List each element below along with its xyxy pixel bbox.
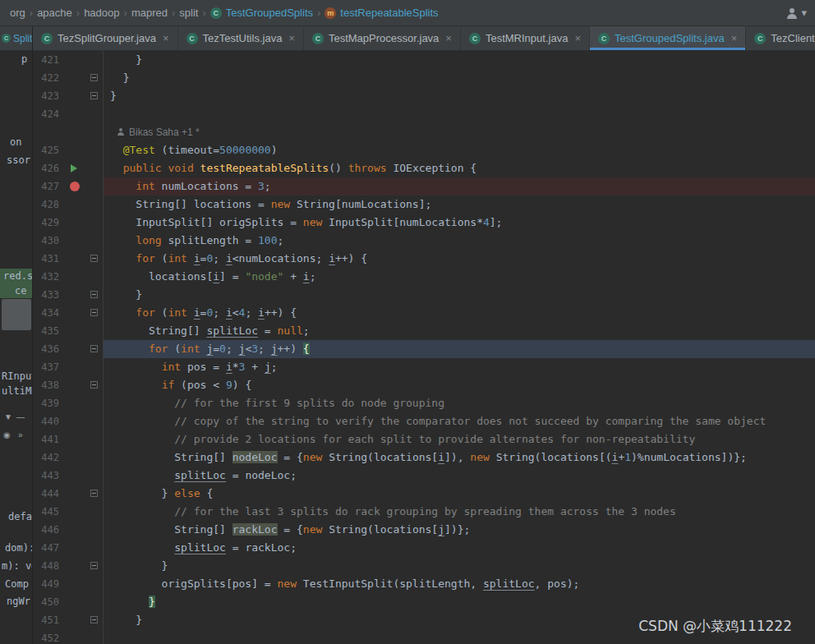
sliver-text: red.sp [3,269,33,283]
fold-icon[interactable] [90,345,98,352]
code-text: String[] rackLoc = {new String(locations… [104,521,815,539]
close-icon[interactable]: × [574,32,581,44]
line-number[interactable]: 430 [33,232,62,250]
user-menu[interactable]: ▾ [785,7,807,20]
gutter-icon-area [62,69,87,87]
line-number[interactable]: 446 [33,521,62,539]
line-number[interactable]: 424 [33,105,62,123]
code-line: 443 splitLoc = nodeLoc; [33,467,815,485]
line-number[interactable]: 434 [33,304,62,322]
line-number[interactable]: 439 [33,394,62,412]
code-text: String[] nodeLoc = {new String(locations… [104,448,815,467]
panel-thumb[interactable] [2,299,31,330]
line-number[interactable]: 441 [33,430,62,448]
line-number[interactable]: 442 [33,448,62,467]
fold-gutter [87,629,104,644]
fold-icon[interactable] [90,309,98,316]
line-number[interactable]: 445 [33,503,62,521]
fold-gutter [87,232,104,250]
hide-panel-icon[interactable]: ▼ [4,412,12,422]
run-tool-icon[interactable]: ◉ [3,430,11,440]
close-icon[interactable]: × [445,32,452,44]
fold-gutter [87,322,104,340]
line-number[interactable]: 426 [33,159,62,177]
fold-icon[interactable] [90,255,98,262]
breadcrumb-item-method[interactable]: m testRepeatableSplits [325,7,438,19]
line-number[interactable]: 451 [33,611,62,629]
line-number[interactable]: 431 [33,250,62,268]
line-number[interactable]: 444 [33,485,62,503]
sliver-text: on [10,135,21,150]
tab-testgroupedsplits[interactable]: C TestGroupedSplits.java × [590,26,746,50]
code-text: // for the last 3 splits do rack groupin… [104,503,815,521]
class-icon: C [210,7,222,19]
close-icon[interactable]: × [731,32,738,44]
fold-icon[interactable] [90,92,98,99]
line-number[interactable]: 432 [33,268,62,286]
line-number[interactable]: 443 [33,467,62,485]
line-number[interactable]: 437 [33,358,62,376]
breadcrumb-item-org[interactable]: org [10,7,25,19]
code-editor[interactable]: 421 }422 }423}424Bikas Saha +1 *425 @Tes… [33,51,815,644]
tab-tezsplitgrouper[interactable]: C TezSplitGrouper.java × [33,26,178,50]
code-text: // copy of the string to verify the comp… [104,412,815,430]
code-text: for (int i=0; i<numLocations; i++) { [104,250,815,268]
line-number[interactable]: 450 [33,593,62,611]
close-icon[interactable]: × [288,32,295,44]
tab-testmrinput[interactable]: C TestMRInput.java × [461,26,590,50]
minimize-icon[interactable]: — [16,412,25,422]
line-number[interactable]: 449 [33,575,62,593]
line-number[interactable]: 436 [33,340,62,358]
tab-label: TezTestUtils.java [203,32,283,44]
line-number[interactable]: 428 [33,196,62,214]
sliver-text: ngWr [7,594,30,609]
run-test-icon[interactable] [71,164,77,172]
line-number[interactable]: 452 [33,629,62,644]
gutter-icon-area [62,177,87,196]
fold-icon[interactable] [90,381,98,389]
breadcrumb-item-class[interactable]: C TestGroupedSplits [210,7,313,19]
line-number[interactable]: 423 [33,87,62,105]
fold-icon[interactable] [90,291,98,298]
breadcrumb-method-label: testRepeatableSplits [340,7,438,19]
left-split-tab[interactable]: C SplitGr [0,26,33,51]
line-number[interactable]: 429 [33,214,62,232]
code-line: 435 String[] splitLoc = null; [33,322,815,340]
fold-icon[interactable] [90,562,98,569]
code-text: } [104,557,815,575]
fold-gutter [87,593,104,611]
line-number[interactable]: 435 [33,322,62,340]
breakpoint-icon[interactable] [70,182,80,191]
code-text: // for the first 9 splits do node groupi… [104,394,815,412]
ide-window: { "ui": {"chevron": "›", "close_glyph": … [0,0,815,644]
user-icon [785,7,799,20]
code-text: String[] locations = new String[numLocat… [104,196,815,214]
line-number[interactable] [33,123,62,141]
author-annotation-text: Bikas Saha +1 * [129,123,200,141]
breadcrumb-item-apache[interactable]: apache [37,7,72,19]
tab-testmapprocessor[interactable]: C TestMapProcessor.java × [304,26,461,50]
line-number[interactable]: 447 [33,539,62,557]
line-number[interactable]: 448 [33,557,62,575]
line-number[interactable]: 433 [33,286,62,304]
more-icon[interactable]: » [18,430,23,440]
code-line: 450 } [33,593,815,611]
line-number[interactable]: 422 [33,69,62,87]
breadcrumb-item-split[interactable]: split [179,7,198,19]
breadcrumb-item-mapred[interactable]: mapred [131,7,168,19]
line-number[interactable]: 438 [33,376,62,394]
tab-tezclient[interactable]: C TezClient.java × [746,26,815,50]
tab-teztestutils[interactable]: C TezTestUtils.java × [178,26,304,50]
fold-icon[interactable] [90,490,98,497]
line-number[interactable]: 440 [33,412,62,430]
line-number[interactable]: 425 [33,141,62,159]
breadcrumb-item-hadoop[interactable]: hadoop [84,7,119,19]
line-number[interactable]: 421 [33,51,62,69]
fold-icon[interactable] [90,616,98,623]
fold-gutter [87,87,104,105]
code-line: 434 for (int i=0; i<4; i++) { [33,304,815,322]
close-icon[interactable]: × [163,32,169,44]
gutter-icon-area [62,286,87,304]
fold-icon[interactable] [90,74,98,81]
line-number[interactable]: 427 [33,177,62,196]
